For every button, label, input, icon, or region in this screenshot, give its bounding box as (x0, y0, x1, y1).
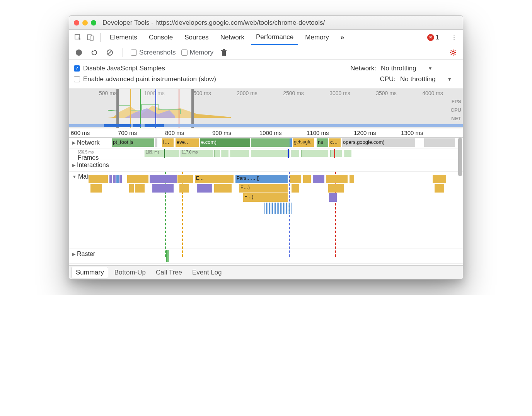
flame-bar[interactable] (329, 193, 337, 202)
tab-memory[interactable]: Memory (300, 31, 333, 44)
flame-bar[interactable] (303, 175, 311, 183)
flame-bar[interactable] (435, 184, 444, 193)
network-throttle-select[interactable]: No throttling ▼ (381, 65, 458, 72)
flame-bar[interactable] (433, 175, 446, 183)
detail-ruler[interactable]: 600 ms 700 ms 800 ms 900 ms 1000 ms 1100… (69, 128, 463, 138)
flame-bar[interactable] (127, 175, 148, 183)
memory-checkbox[interactable]: Memory (181, 49, 213, 56)
cpu-throttle-select[interactable]: No throttling ▼ (400, 75, 458, 83)
network-request-bar[interactable] (424, 138, 455, 147)
main-track[interactable]: ▼Main E… Pars…….]) (69, 172, 463, 249)
error-count: 1 (436, 34, 439, 41)
flame-bar[interactable] (119, 175, 122, 183)
network-request-bar[interactable]: pt_foot.js (112, 138, 154, 147)
flame-bar[interactable]: F…) (243, 193, 288, 202)
network-request-bar[interactable]: c… (329, 138, 341, 147)
disable-js-samples-checkbox[interactable]: Disable JavaScript Samples (74, 65, 165, 72)
frame-bar[interactable] (330, 150, 342, 157)
inspect-element-icon[interactable] (73, 32, 83, 43)
flame-bar[interactable] (197, 184, 212, 193)
tab-console[interactable]: Console (144, 31, 177, 44)
network-request-bar[interactable] (290, 138, 292, 147)
reload-record-button[interactable] (89, 48, 99, 58)
raster-track[interactable]: ▶Raster (69, 249, 463, 264)
kebab-menu-icon[interactable]: ⋮ (449, 32, 459, 43)
record-button[interactable] (74, 48, 84, 58)
frame-bar[interactable]: 109. ms (145, 150, 179, 157)
disclosure-icon[interactable]: ▼ (72, 174, 77, 179)
network-request-bar[interactable] (251, 138, 290, 147)
flame-chart-area[interactable]: ▶Network pt_foot.js l… eve… e.com) getsu… (69, 138, 463, 265)
network-request-bar[interactable]: l… (162, 138, 174, 147)
window-zoom-button[interactable] (91, 20, 96, 26)
frame-bar[interactable] (292, 150, 299, 157)
flame-bar[interactable] (113, 175, 116, 183)
frame-bar[interactable] (251, 150, 290, 157)
flame-bar[interactable] (350, 175, 354, 183)
frame-bar[interactable] (214, 150, 220, 157)
flame-bar[interactable] (328, 184, 344, 193)
flame-bar[interactable] (326, 175, 348, 183)
flame-bar[interactable] (177, 175, 193, 183)
flame-bar[interactable] (292, 184, 299, 193)
frame-bar[interactable] (344, 150, 351, 157)
overview-selection-handles[interactable] (116, 89, 194, 128)
network-track[interactable]: ▶Network pt_foot.js l… eve… e.com) getsu… (69, 138, 463, 148)
flame-bar[interactable] (152, 184, 174, 193)
network-request-bar[interactable]: opers.google.com) (342, 138, 415, 147)
flame-bar[interactable]: Pars…….]) (235, 175, 288, 183)
tab-elements[interactable]: Elements (105, 31, 142, 44)
tab-summary[interactable]: Summary (72, 267, 108, 278)
frame-bar[interactable]: 117.0 ms (181, 150, 213, 157)
raster-task[interactable] (166, 250, 167, 262)
frame-bar[interactable] (230, 150, 249, 157)
network-request-bar[interactable]: ns (317, 138, 328, 147)
raster-task[interactable] (167, 250, 169, 262)
flame-bar[interactable] (129, 184, 134, 193)
network-request-bar[interactable]: getsugli. (293, 138, 314, 147)
main-flame-chart[interactable]: E… Pars…….]) E…) (112, 172, 463, 257)
network-request-bar[interactable]: eve… (176, 138, 199, 147)
frame-bar[interactable] (221, 150, 228, 157)
flame-bar[interactable] (290, 175, 301, 183)
flame-bar[interactable] (135, 184, 145, 193)
network-request-bar[interactable]: e.com) (200, 138, 250, 147)
flame-bar[interactable] (109, 175, 112, 183)
timeline-overview[interactable]: 500 ms 1000 ms 1500 ms 2000 ms 2500 ms 3… (69, 89, 463, 128)
disclosure-icon[interactable]: ▶ (72, 140, 75, 145)
tab-sources[interactable]: Sources (180, 31, 213, 44)
flame-bar[interactable]: E…) (239, 184, 288, 193)
devtools-window: Developer Tools - https://developers.goo… (69, 15, 463, 280)
tab-event-log[interactable]: Event Log (188, 267, 226, 278)
disclosure-icon[interactable]: ▶ (72, 252, 75, 257)
flame-bar[interactable]: E… (195, 175, 234, 183)
window-minimize-button[interactable] (82, 20, 88, 26)
window-close-button[interactable] (74, 20, 79, 26)
checkbox-icon (74, 65, 80, 72)
flame-bar[interactable] (90, 184, 102, 193)
tab-bottom-up[interactable]: Bottom-Up (111, 267, 150, 278)
screenshots-checkbox[interactable]: Screenshots (131, 49, 176, 56)
flame-bar[interactable] (150, 175, 177, 183)
interactions-track[interactable]: ▶Interactions (69, 160, 463, 172)
device-toggle-icon[interactable] (85, 32, 95, 43)
console-errors-badge[interactable]: ✕ 1 (427, 34, 439, 41)
flame-bar[interactable] (89, 175, 108, 183)
capture-settings-button[interactable] (448, 48, 458, 58)
tab-performance[interactable]: Performance (251, 30, 298, 45)
flame-bar[interactable] (214, 184, 232, 193)
tab-call-tree[interactable]: Call Tree (152, 267, 186, 278)
flame-bar[interactable] (116, 175, 119, 183)
clear-button[interactable] (105, 48, 115, 58)
tab-network[interactable]: Network (216, 31, 249, 44)
flame-bar[interactable] (313, 175, 324, 183)
flame-bar[interactable] (264, 203, 292, 214)
network-request-bar[interactable] (155, 138, 157, 147)
frame-bar[interactable] (301, 150, 328, 157)
flame-bar[interactable] (179, 184, 189, 193)
frames-track[interactable]: 656.5 ms Frames 109. ms 117.0 ms (69, 148, 463, 160)
more-tabs-button[interactable]: » (336, 31, 349, 44)
advanced-paint-checkbox[interactable]: Enable advanced paint instrumentation (s… (74, 75, 216, 83)
disclosure-icon[interactable]: ▶ (72, 163, 75, 168)
garbage-collect-button[interactable] (219, 48, 229, 58)
